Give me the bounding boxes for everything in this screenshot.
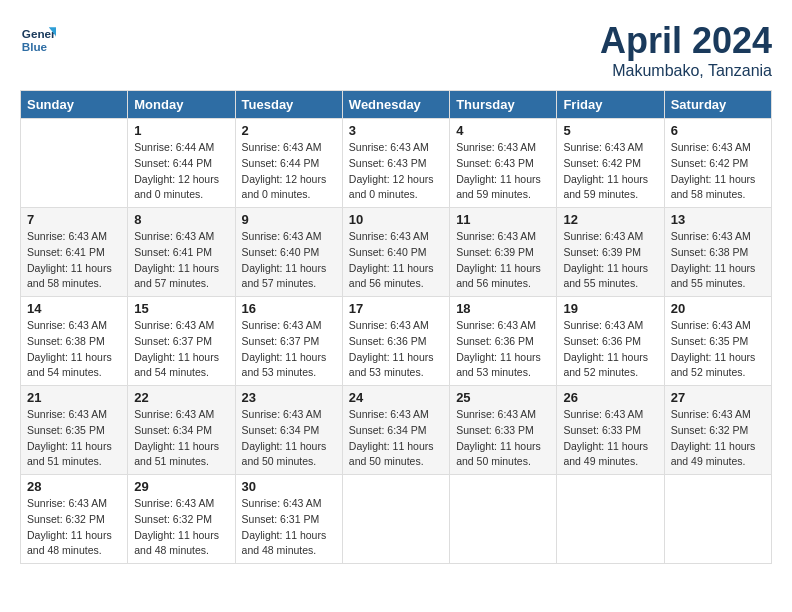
page-header: General Blue April 2024 Makumbako, Tanza… xyxy=(20,20,772,80)
day-info: Sunrise: 6:43 AMSunset: 6:33 PMDaylight:… xyxy=(456,407,550,470)
day-number: 3 xyxy=(349,123,443,138)
calendar-cell: 21Sunrise: 6:43 AMSunset: 6:35 PMDayligh… xyxy=(21,386,128,475)
day-info: Sunrise: 6:43 AMSunset: 6:36 PMDaylight:… xyxy=(456,318,550,381)
day-info: Sunrise: 6:43 AMSunset: 6:44 PMDaylight:… xyxy=(242,140,336,203)
day-info: Sunrise: 6:43 AMSunset: 6:35 PMDaylight:… xyxy=(671,318,765,381)
day-number: 30 xyxy=(242,479,336,494)
weekday-header-friday: Friday xyxy=(557,91,664,119)
day-info: Sunrise: 6:44 AMSunset: 6:44 PMDaylight:… xyxy=(134,140,228,203)
day-info: Sunrise: 6:43 AMSunset: 6:37 PMDaylight:… xyxy=(134,318,228,381)
day-info: Sunrise: 6:43 AMSunset: 6:38 PMDaylight:… xyxy=(671,229,765,292)
day-number: 12 xyxy=(563,212,657,227)
calendar-cell: 27Sunrise: 6:43 AMSunset: 6:32 PMDayligh… xyxy=(664,386,771,475)
svg-text:Blue: Blue xyxy=(22,40,48,53)
day-number: 4 xyxy=(456,123,550,138)
day-number: 20 xyxy=(671,301,765,316)
calendar-cell: 10Sunrise: 6:43 AMSunset: 6:40 PMDayligh… xyxy=(342,208,449,297)
day-info: Sunrise: 6:43 AMSunset: 6:43 PMDaylight:… xyxy=(456,140,550,203)
calendar-cell: 26Sunrise: 6:43 AMSunset: 6:33 PMDayligh… xyxy=(557,386,664,475)
weekday-header-sunday: Sunday xyxy=(21,91,128,119)
day-number: 1 xyxy=(134,123,228,138)
calendar-cell: 8Sunrise: 6:43 AMSunset: 6:41 PMDaylight… xyxy=(128,208,235,297)
day-number: 24 xyxy=(349,390,443,405)
day-info: Sunrise: 6:43 AMSunset: 6:33 PMDaylight:… xyxy=(563,407,657,470)
day-number: 9 xyxy=(242,212,336,227)
day-info: Sunrise: 6:43 AMSunset: 6:35 PMDaylight:… xyxy=(27,407,121,470)
calendar-cell xyxy=(21,119,128,208)
day-number: 8 xyxy=(134,212,228,227)
calendar-cell: 17Sunrise: 6:43 AMSunset: 6:36 PMDayligh… xyxy=(342,297,449,386)
calendar-cell: 19Sunrise: 6:43 AMSunset: 6:36 PMDayligh… xyxy=(557,297,664,386)
calendar-cell: 14Sunrise: 6:43 AMSunset: 6:38 PMDayligh… xyxy=(21,297,128,386)
weekday-header-saturday: Saturday xyxy=(664,91,771,119)
calendar-week-row: 14Sunrise: 6:43 AMSunset: 6:38 PMDayligh… xyxy=(21,297,772,386)
calendar-cell: 11Sunrise: 6:43 AMSunset: 6:39 PMDayligh… xyxy=(450,208,557,297)
calendar-cell: 28Sunrise: 6:43 AMSunset: 6:32 PMDayligh… xyxy=(21,475,128,564)
calendar-cell: 20Sunrise: 6:43 AMSunset: 6:35 PMDayligh… xyxy=(664,297,771,386)
day-number: 13 xyxy=(671,212,765,227)
day-info: Sunrise: 6:43 AMSunset: 6:36 PMDaylight:… xyxy=(349,318,443,381)
day-info: Sunrise: 6:43 AMSunset: 6:40 PMDaylight:… xyxy=(242,229,336,292)
day-info: Sunrise: 6:43 AMSunset: 6:39 PMDaylight:… xyxy=(456,229,550,292)
calendar-week-row: 1Sunrise: 6:44 AMSunset: 6:44 PMDaylight… xyxy=(21,119,772,208)
day-number: 7 xyxy=(27,212,121,227)
day-number: 18 xyxy=(456,301,550,316)
day-number: 6 xyxy=(671,123,765,138)
calendar-cell: 5Sunrise: 6:43 AMSunset: 6:42 PMDaylight… xyxy=(557,119,664,208)
day-info: Sunrise: 6:43 AMSunset: 6:37 PMDaylight:… xyxy=(242,318,336,381)
calendar-cell: 3Sunrise: 6:43 AMSunset: 6:43 PMDaylight… xyxy=(342,119,449,208)
day-info: Sunrise: 6:43 AMSunset: 6:41 PMDaylight:… xyxy=(134,229,228,292)
day-number: 17 xyxy=(349,301,443,316)
day-info: Sunrise: 6:43 AMSunset: 6:41 PMDaylight:… xyxy=(27,229,121,292)
day-number: 14 xyxy=(27,301,121,316)
calendar-cell: 4Sunrise: 6:43 AMSunset: 6:43 PMDaylight… xyxy=(450,119,557,208)
day-info: Sunrise: 6:43 AMSunset: 6:42 PMDaylight:… xyxy=(671,140,765,203)
day-number: 15 xyxy=(134,301,228,316)
calendar-cell: 2Sunrise: 6:43 AMSunset: 6:44 PMDaylight… xyxy=(235,119,342,208)
day-number: 21 xyxy=(27,390,121,405)
calendar-cell xyxy=(664,475,771,564)
day-number: 11 xyxy=(456,212,550,227)
day-info: Sunrise: 6:43 AMSunset: 6:34 PMDaylight:… xyxy=(134,407,228,470)
calendar-week-row: 28Sunrise: 6:43 AMSunset: 6:32 PMDayligh… xyxy=(21,475,772,564)
day-info: Sunrise: 6:43 AMSunset: 6:40 PMDaylight:… xyxy=(349,229,443,292)
day-number: 2 xyxy=(242,123,336,138)
weekday-header-row: SundayMondayTuesdayWednesdayThursdayFrid… xyxy=(21,91,772,119)
day-number: 10 xyxy=(349,212,443,227)
calendar-cell: 25Sunrise: 6:43 AMSunset: 6:33 PMDayligh… xyxy=(450,386,557,475)
day-number: 29 xyxy=(134,479,228,494)
day-number: 23 xyxy=(242,390,336,405)
day-info: Sunrise: 6:43 AMSunset: 6:38 PMDaylight:… xyxy=(27,318,121,381)
calendar-cell xyxy=(557,475,664,564)
calendar-cell: 13Sunrise: 6:43 AMSunset: 6:38 PMDayligh… xyxy=(664,208,771,297)
logo: General Blue xyxy=(20,20,56,56)
location-subtitle: Makumbako, Tanzania xyxy=(600,62,772,80)
day-info: Sunrise: 6:43 AMSunset: 6:31 PMDaylight:… xyxy=(242,496,336,559)
calendar-cell xyxy=(450,475,557,564)
day-number: 26 xyxy=(563,390,657,405)
calendar-cell: 24Sunrise: 6:43 AMSunset: 6:34 PMDayligh… xyxy=(342,386,449,475)
calendar-week-row: 21Sunrise: 6:43 AMSunset: 6:35 PMDayligh… xyxy=(21,386,772,475)
calendar-cell xyxy=(342,475,449,564)
calendar-cell: 23Sunrise: 6:43 AMSunset: 6:34 PMDayligh… xyxy=(235,386,342,475)
day-info: Sunrise: 6:43 AMSunset: 6:43 PMDaylight:… xyxy=(349,140,443,203)
day-info: Sunrise: 6:43 AMSunset: 6:42 PMDaylight:… xyxy=(563,140,657,203)
day-number: 27 xyxy=(671,390,765,405)
calendar-cell: 1Sunrise: 6:44 AMSunset: 6:44 PMDaylight… xyxy=(128,119,235,208)
month-year-title: April 2024 xyxy=(600,20,772,62)
day-info: Sunrise: 6:43 AMSunset: 6:32 PMDaylight:… xyxy=(134,496,228,559)
calendar-cell: 30Sunrise: 6:43 AMSunset: 6:31 PMDayligh… xyxy=(235,475,342,564)
day-number: 28 xyxy=(27,479,121,494)
calendar-cell: 7Sunrise: 6:43 AMSunset: 6:41 PMDaylight… xyxy=(21,208,128,297)
day-info: Sunrise: 6:43 AMSunset: 6:36 PMDaylight:… xyxy=(563,318,657,381)
day-info: Sunrise: 6:43 AMSunset: 6:39 PMDaylight:… xyxy=(563,229,657,292)
calendar-cell: 15Sunrise: 6:43 AMSunset: 6:37 PMDayligh… xyxy=(128,297,235,386)
calendar-table: SundayMondayTuesdayWednesdayThursdayFrid… xyxy=(20,90,772,564)
weekday-header-thursday: Thursday xyxy=(450,91,557,119)
day-number: 22 xyxy=(134,390,228,405)
day-number: 16 xyxy=(242,301,336,316)
calendar-cell: 12Sunrise: 6:43 AMSunset: 6:39 PMDayligh… xyxy=(557,208,664,297)
calendar-cell: 18Sunrise: 6:43 AMSunset: 6:36 PMDayligh… xyxy=(450,297,557,386)
title-block: April 2024 Makumbako, Tanzania xyxy=(600,20,772,80)
weekday-header-wednesday: Wednesday xyxy=(342,91,449,119)
